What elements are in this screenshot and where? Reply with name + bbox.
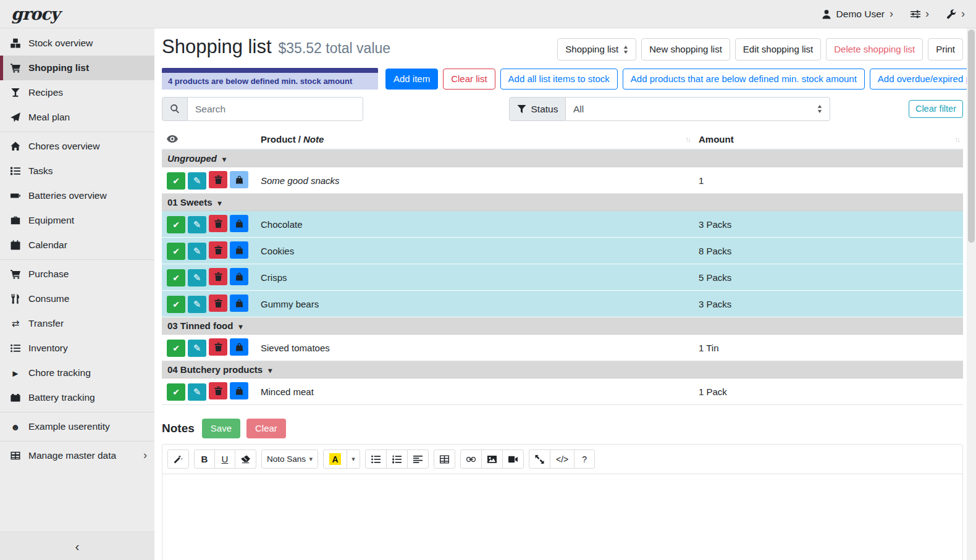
- mark-done-button[interactable]: ✔: [167, 296, 185, 313]
- paper-plane-icon: [9, 112, 22, 122]
- edit-item-button[interactable]: ✎: [188, 296, 206, 313]
- color-dropdown-button[interactable]: ▾: [347, 449, 360, 469]
- add-to-stock-button[interactable]: [230, 268, 248, 285]
- sidebar-item-inventory[interactable]: Inventory: [0, 336, 154, 361]
- vertical-scrollbar[interactable]: [967, 28, 976, 560]
- product-group-header[interactable]: 01 Sweets▾: [162, 194, 963, 211]
- user-menu[interactable]: Demo User ›: [822, 9, 893, 20]
- sidebar-item-stock-overview[interactable]: Stock overview: [0, 31, 154, 56]
- magic-style-button[interactable]: [167, 449, 189, 469]
- mark-done-button[interactable]: ✔: [167, 383, 185, 401]
- group-header-cell[interactable]: Ungrouped▾: [162, 149, 963, 167]
- insert-table-button[interactable]: [434, 449, 455, 469]
- scrollbar-thumb[interactable]: [968, 30, 975, 243]
- notes-editing-area[interactable]: [162, 474, 962, 560]
- delete-item-button[interactable]: [209, 215, 227, 232]
- sort-icon[interactable]: ↑↓: [686, 136, 691, 143]
- fullscreen-button[interactable]: [529, 449, 550, 469]
- delete-item-button[interactable]: [209, 241, 227, 259]
- mark-done-button[interactable]: ✔: [167, 216, 185, 233]
- product-group-header[interactable]: 03 Tinned food▾: [162, 317, 963, 335]
- delete-shopping-list-button[interactable]: Delete shopping list: [826, 38, 923, 61]
- search-input[interactable]: [188, 97, 363, 121]
- delete-item-button[interactable]: [209, 338, 227, 356]
- paragraph-align-button[interactable]: [407, 449, 429, 469]
- mark-done-button[interactable]: ✔: [167, 243, 185, 260]
- add-overdue-button[interactable]: Add overdue/expired products: [870, 69, 967, 90]
- notes-clear-button[interactable]: Clear: [246, 419, 286, 438]
- edit-item-button[interactable]: ✎: [188, 383, 206, 401]
- delete-item-button[interactable]: [209, 295, 227, 312]
- edit-item-button[interactable]: ✎: [188, 340, 206, 357]
- sidebar-item-example-userentity[interactable]: ☻Example userentity: [0, 414, 154, 439]
- add-to-stock-button[interactable]: [230, 241, 248, 259]
- underline-button[interactable]: U: [214, 449, 235, 469]
- mark-done-button[interactable]: ✔: [167, 269, 185, 286]
- clear-formatting-button[interactable]: [235, 449, 256, 469]
- print-button[interactable]: Print: [928, 38, 963, 61]
- sidebar-item-meal-plan[interactable]: Meal plan: [0, 105, 154, 130]
- group-header-cell[interactable]: 03 Tinned food▾: [162, 317, 963, 335]
- settings-menu[interactable]: ›: [911, 9, 929, 19]
- delete-item-button[interactable]: [209, 171, 227, 188]
- product-group-header[interactable]: 04 Butchery products▾: [162, 361, 963, 378]
- new-shopping-list-button[interactable]: New shopping list: [641, 38, 730, 61]
- sidebar-item-tasks[interactable]: Tasks: [0, 159, 154, 183]
- sidebar-item-consume[interactable]: Consume: [0, 286, 154, 311]
- add-to-stock-button[interactable]: [230, 215, 248, 232]
- edit-item-button[interactable]: ✎: [188, 243, 206, 260]
- sidebar-item-calendar[interactable]: Calendar: [0, 233, 154, 257]
- sidebar-item-transfer[interactable]: ⇄Transfer: [0, 311, 154, 336]
- mark-done-button[interactable]: ✔: [167, 172, 185, 190]
- add-all-to-stock-button[interactable]: Add all list items to stock: [500, 69, 618, 90]
- edit-shopping-list-button[interactable]: Edit shopping list: [735, 38, 821, 61]
- codeview-button[interactable]: </>: [550, 449, 574, 469]
- sidebar-item-manage-master-data[interactable]: Manage master data›: [0, 443, 154, 468]
- product-group-header[interactable]: Ungrouped▾: [162, 149, 963, 167]
- ordered-list-button[interactable]: [386, 449, 408, 469]
- delete-item-button[interactable]: [209, 268, 227, 285]
- sidebar-item-chores-overview[interactable]: Chores overview: [0, 134, 154, 159]
- sort-icon[interactable]: ↑↓: [955, 136, 960, 143]
- unordered-list-button[interactable]: [365, 449, 387, 469]
- add-below-min-button[interactable]: Add products that are below defined min.…: [623, 69, 865, 90]
- sidebar-item-batteries-overview[interactable]: Batteries overview: [0, 183, 154, 208]
- sidebar-item-shopping-list[interactable]: Shopping list: [0, 56, 154, 80]
- insert-link-button[interactable]: [460, 449, 482, 469]
- bold-button[interactable]: B: [194, 449, 215, 469]
- delete-item-button[interactable]: [209, 382, 227, 399]
- mark-done-button[interactable]: ✔: [167, 340, 185, 357]
- shopping-list-selector[interactable]: Shopping list: [557, 38, 636, 61]
- sidebar-item-battery-tracking[interactable]: Battery tracking: [0, 385, 154, 410]
- sidebar-item-equipment[interactable]: Equipment: [0, 208, 154, 233]
- clear-list-button[interactable]: Clear list: [443, 69, 495, 90]
- insert-picture-button[interactable]: [481, 449, 503, 469]
- highlight-color-button[interactable]: A: [323, 449, 347, 469]
- help-button[interactable]: ?: [574, 449, 595, 469]
- font-family-select[interactable]: Noto Sans ▾: [261, 449, 318, 469]
- add-to-stock-button[interactable]: [230, 295, 248, 312]
- admin-menu[interactable]: ›: [946, 9, 965, 19]
- amount-column-header[interactable]: Amount ↑↓: [694, 130, 963, 149]
- add-to-stock-button[interactable]: [230, 382, 248, 399]
- edit-item-button[interactable]: ✎: [188, 269, 206, 286]
- sidebar-collapse-button[interactable]: ‹: [0, 532, 154, 560]
- edit-item-button[interactable]: ✎: [188, 216, 206, 233]
- edit-item-button[interactable]: ✎: [188, 172, 206, 190]
- status-select[interactable]: All: [566, 97, 830, 121]
- notes-save-button[interactable]: Save: [202, 419, 240, 438]
- insert-video-button[interactable]: [502, 449, 524, 469]
- chevron-right-icon: ›: [143, 449, 147, 461]
- add-to-stock-button[interactable]: [230, 338, 248, 356]
- app-logo[interactable]: grocy: [11, 4, 59, 23]
- product-column-header[interactable]: Product /Note ↑↓: [256, 130, 694, 149]
- sidebar-item-purchase[interactable]: Purchase: [0, 262, 154, 286]
- add-item-button[interactable]: Add item: [385, 69, 438, 90]
- sidebar-item-recipes[interactable]: Recipes: [0, 80, 154, 105]
- group-header-cell[interactable]: 04 Butchery products▾: [162, 361, 963, 378]
- add-to-stock-button[interactable]: [230, 171, 248, 188]
- clear-filter-button[interactable]: Clear filter: [909, 100, 963, 118]
- eye-icon[interactable]: [167, 135, 178, 143]
- sidebar-item-chore-tracking[interactable]: ►Chore tracking: [0, 361, 154, 385]
- group-header-cell[interactable]: 01 Sweets▾: [162, 194, 963, 211]
